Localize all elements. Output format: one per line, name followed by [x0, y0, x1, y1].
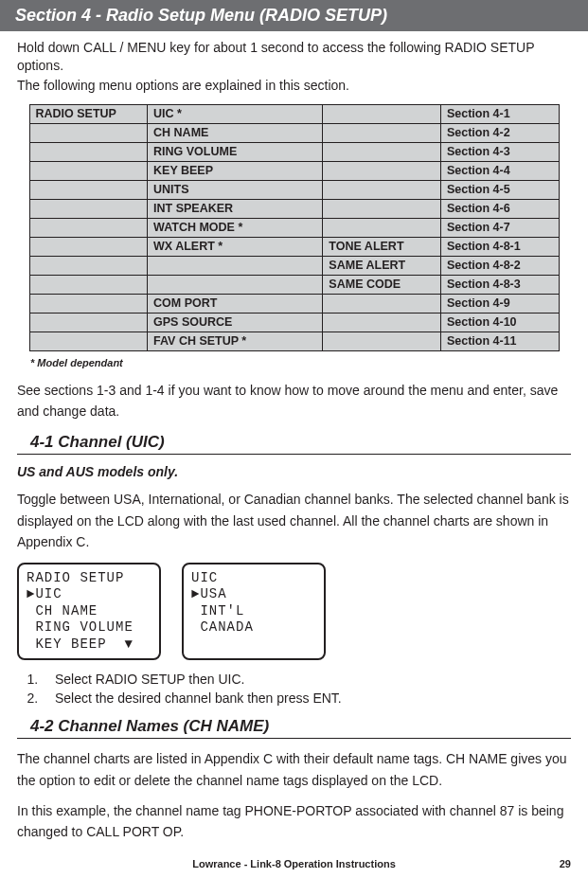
table-cell: [323, 218, 441, 237]
table-cell: Section 4-9: [440, 294, 559, 313]
table-row: WATCH MODE *Section 4-7: [29, 218, 559, 237]
table-cell: [323, 294, 441, 313]
table-cell: Section 4-10: [440, 313, 559, 331]
table-cell: CH NAME: [148, 123, 323, 142]
subsection-4-1-header: 4-1 Channel (UIC): [17, 431, 571, 455]
table-cell: Section 4-2: [440, 123, 559, 142]
footer-page-number: 29: [560, 858, 571, 869]
intro-p1: Hold down CALL / MENU key for about 1 se…: [17, 39, 571, 75]
table-cell: [148, 256, 323, 275]
table-cell: [323, 161, 441, 180]
table-row: INT SPEAKERSection 4-6: [29, 199, 559, 218]
lcd-row: RADIO SETUP ►UIC CH NAME RING VOLUME KEY…: [17, 563, 571, 661]
table-row: COM PORTSection 4-9: [29, 294, 559, 313]
table-row: SAME CODESection 4-8-3: [29, 275, 559, 294]
table-cell: [29, 123, 148, 142]
table-cell: [29, 161, 148, 180]
table-cell: GPS SOURCE: [148, 313, 323, 331]
intro-block: Hold down CALL / MENU key for about 1 se…: [17, 39, 571, 95]
table-cell: Section 4-1: [440, 104, 559, 123]
lcd-screen-2: UIC ►USA INT'L CANADA: [182, 563, 326, 661]
table-cell: Section 4-8-2: [440, 256, 559, 275]
table-row: SAME ALERTSection 4-8-2: [29, 256, 559, 275]
table-cell: RING VOLUME: [148, 142, 323, 161]
table-cell: [29, 256, 148, 275]
table-cell: [323, 104, 441, 123]
table-cell: [29, 294, 148, 313]
table-cell: WATCH MODE *: [148, 218, 323, 237]
table-row: FAV CH SETUP *Section 4-11: [29, 331, 559, 350]
sub42-p1: The channel charts are listed in Appendi…: [17, 748, 571, 791]
table-cell: Section 4-6: [440, 199, 559, 218]
table-cell: KEY BEEP: [148, 161, 323, 180]
table-cell: Section 4-11: [440, 331, 559, 350]
table-cell: Section 4-5: [440, 180, 559, 199]
table-cell: [323, 180, 441, 199]
table-footnote: * Model dependant: [30, 357, 571, 368]
after-table-text: See sections 1-3 and 1-4 if you want to …: [17, 380, 571, 422]
menu-table: RADIO SETUPUIC *Section 4-1CH NAMESectio…: [29, 104, 560, 351]
sub41-step1: Select RADIO SETUP then UIC.: [42, 672, 571, 687]
table-cell: [29, 218, 148, 237]
table-row: WX ALERT *TONE ALERTSection 4-8-1: [29, 237, 559, 256]
table-cell: [29, 142, 148, 161]
table-cell: [323, 123, 441, 142]
table-cell: UIC *: [148, 104, 323, 123]
table-cell: [323, 199, 441, 218]
table-row: UNITSSection 4-5: [29, 180, 559, 199]
sub41-step2: Select the desired channel bank then pre…: [42, 690, 571, 706]
table-cell: [29, 199, 148, 218]
table-cell: [29, 237, 148, 256]
table-cell: [29, 275, 148, 294]
footer-center: Lowrance - Link-8 Operation Instructions: [17, 858, 571, 869]
table-row: GPS SOURCESection 4-10: [29, 313, 559, 331]
sub41-note: US and AUS models only.: [17, 464, 571, 479]
page-footer: Lowrance - Link-8 Operation Instructions…: [17, 854, 571, 877]
table-cell: UNITS: [148, 180, 323, 199]
table-cell: Section 4-3: [440, 142, 559, 161]
table-row: KEY BEEPSection 4-4: [29, 161, 559, 180]
table-cell: WX ALERT *: [148, 237, 323, 256]
intro-p2: The following menu options are explained…: [17, 77, 571, 95]
sub41-text: Toggle between USA, International, or Ca…: [17, 489, 571, 552]
table-cell: [29, 331, 148, 350]
table-cell: SAME ALERT: [323, 256, 441, 275]
lcd-screen-1: RADIO SETUP ►UIC CH NAME RING VOLUME KEY…: [17, 563, 161, 661]
table-cell: TONE ALERT: [323, 237, 441, 256]
subsection-4-2-header: 4-2 Channel Names (CH NAME): [17, 715, 571, 739]
table-cell: INT SPEAKER: [148, 199, 323, 218]
table-cell: [323, 313, 441, 331]
table-row: RING VOLUMESection 4-3: [29, 142, 559, 161]
table-row: CH NAMESection 4-2: [29, 123, 559, 142]
table-cell: [148, 275, 323, 294]
table-cell: [323, 331, 441, 350]
table-cell: Section 4-8-1: [440, 237, 559, 256]
table-cell: RADIO SETUP: [29, 104, 148, 123]
table-cell: Section 4-7: [440, 218, 559, 237]
table-row: RADIO SETUPUIC *Section 4-1: [29, 104, 559, 123]
sub41-steps: Select RADIO SETUP then UIC. Select the …: [17, 672, 571, 706]
table-cell: [323, 142, 441, 161]
table-cell: COM PORT: [148, 294, 323, 313]
table-cell: [29, 313, 148, 331]
table-cell: Section 4-8-3: [440, 275, 559, 294]
sub42-p2: In this example, the channel name tag PH…: [17, 800, 571, 843]
table-cell: [29, 180, 148, 199]
table-cell: SAME CODE: [323, 275, 441, 294]
table-cell: FAV CH SETUP *: [148, 331, 323, 350]
table-cell: Section 4-4: [440, 161, 559, 180]
section-header: Section 4 - Radio Setup Menu (RADIO SETU…: [0, 0, 588, 31]
